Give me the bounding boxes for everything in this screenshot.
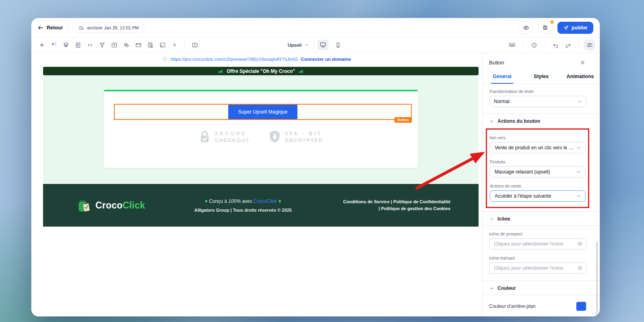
desktop-wallpaper: Retour archiver Jan 28, 12:01 PM [0,0,644,322]
preview-button[interactable] [519,21,533,34]
publish-button[interactable]: publier [557,22,593,34]
tab-animations[interactable]: Animations [561,70,600,84]
send-icon [563,25,569,31]
app-window: Retour archiver Jan 28, 12:01 PM [31,18,600,316]
sale-actions-select[interactable]: Accéder à l'étape suivante [490,190,586,202]
cloud-off-icon [78,25,84,31]
form-search-button[interactable] [145,39,156,50]
settings-panel-button[interactable] [584,39,595,50]
annotation-highlight-box: lien vers Vente de produit en un clic ve… [486,128,589,208]
section-button-actions[interactable]: Actions du bouton [489,114,586,128]
made-with-line: ♥ Conçu à 100% avec CrocoClick ♥ [194,198,292,204]
products-select[interactable]: Massage relaxant (upsell) [490,166,586,178]
chevron-down-icon [576,169,582,175]
trailing-icon-input[interactable] [489,262,586,274]
copyright-line: Alligators Group | Tous droits réservés … [194,208,292,213]
chevron-down-icon [576,145,582,151]
keyboard-shortcuts-button[interactable] [507,39,518,50]
sections-button[interactable] [133,39,144,50]
funnel-icon [99,42,105,48]
lead-icon-label: icône de prospect [489,231,586,236]
code-icon [87,42,93,48]
offer-banner-text: Offre Spéciale "Oh My Croco" [227,68,295,74]
close-panel-button[interactable] [578,58,586,66]
layers-icon [63,42,69,48]
preview-url-link[interactable]: https://pro.crococlick.com/v2/preview/7d… [171,57,298,62]
shapes-icon [123,42,130,48]
tab-styles[interactable]: Styles [522,70,561,84]
crocodile-icon [298,68,304,74]
tab-general[interactable]: Général [483,70,522,84]
keyboard-icon [509,41,516,48]
history-button[interactable] [528,39,539,50]
extras-button[interactable] [169,39,180,50]
shield-lock-icon [269,130,281,144]
secure-checkout-badge: SECURE CHECKOUT [199,130,250,144]
embed-button[interactable] [157,39,168,50]
text-transform-select[interactable]: Normal [489,96,586,107]
undo-button[interactable] [550,39,561,50]
hero-section: Super Upsell Magique Button SECURE CHECK… [43,75,479,184]
page-selector[interactable]: Upsell [288,42,310,47]
legal-links[interactable]: Conditions de Service | Politique de Con… [341,198,450,212]
background-color-swatch[interactable] [576,301,586,311]
padlock-check-icon [199,130,211,144]
upsell-cta-button[interactable]: Super Upsell Magique [228,105,297,119]
save-button[interactable] [538,21,553,34]
layers-button[interactable] [60,39,71,50]
editor-canvas: https://pro.crococlick.com/v2/preview/7d… [31,53,482,316]
chevron-down-icon [304,42,309,47]
chevron-down-icon [489,217,494,222]
columns-icon [192,42,198,48]
ai-assistant-button[interactable] [48,39,59,50]
page-footer: CrocoClick ♥ Conçu à 100% avec CrocoClic… [43,184,479,227]
mobile-preview-button[interactable] [332,39,343,50]
crococlick-logo: CrocoClick [77,198,145,213]
split-view-button[interactable] [189,39,200,50]
notes-button[interactable] [72,39,83,50]
funnel-button[interactable] [97,39,107,50]
chevron-down-icon [489,286,494,291]
selection-type-tag: Button [394,117,412,123]
desktop-preview-button[interactable] [318,39,328,50]
lead-icon-input[interactable] [489,238,586,250]
redo-button[interactable] [562,39,573,50]
crocodile-icon [218,68,223,74]
sparkles-icon [50,41,57,48]
heart-icon: ♥ [278,198,281,204]
checkout-card: Super Upsell Magique Button SECURE CHECK… [104,90,418,168]
autosave-label: archiver Jan 28, 12:01 PM [87,25,138,30]
crocodile-clipboard-icon [77,198,92,213]
undo-icon [553,42,559,48]
shapes-button[interactable] [121,39,132,50]
section-icon[interactable]: Icône [489,212,586,225]
divider [68,23,68,32]
target-icon [577,265,583,271]
crococlick-link[interactable]: CrocoClick [254,198,277,204]
media-embed-icon [159,42,166,48]
publish-label: publier [572,25,588,31]
divider [313,41,314,50]
save-icon [542,25,548,31]
link-to-select[interactable]: Vente de produit en un clic vers le haut… [490,142,586,153]
trust-badges: SECURE CHECKOUT 256 - BIT ENCRYPTED [104,130,418,144]
back-label: Retour [47,25,63,31]
sidebar-scrollbar[interactable] [596,242,598,316]
custom-code-button[interactable] [85,39,95,50]
section-color[interactable]: Couleur [489,281,586,295]
offer-banner[interactable]: Offre Spéciale "Oh My Croco" [43,67,479,75]
connect-domain-link[interactable]: Connecter un domaine [301,57,351,62]
element-selection-box: Super Upsell Magique Button [114,104,412,120]
redo-icon [565,42,571,48]
settings-panel: Button Général Styles Animations Transfo… [482,53,600,316]
top-bar: Retour archiver Jan 28, 12:01 PM [31,18,600,37]
clipboard-search-icon [147,42,154,48]
plus-icon [39,42,45,48]
text-block-button[interactable] [109,39,120,50]
page-preview: Offre Spéciale "Oh My Croco" Super Upsel… [43,67,479,315]
back-button[interactable]: Retour [38,25,63,31]
add-element-button[interactable] [36,39,47,50]
page-selector-value: Upsell [288,43,302,47]
page-body-blank [43,227,479,315]
smartphone-icon [335,42,341,48]
